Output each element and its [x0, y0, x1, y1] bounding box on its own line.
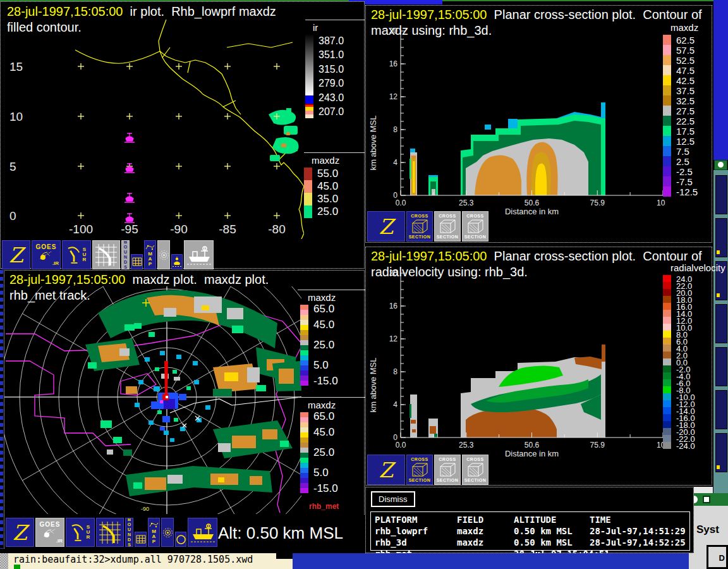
table-cell: maxdz	[457, 537, 514, 548]
axis-label: 50.6	[525, 199, 540, 207]
cross-section-button-active[interactable]: CROSSSECTION	[406, 455, 433, 485]
bounds-overlay-button[interactable]: BOUNDS	[125, 518, 133, 547]
axis-label: 15	[9, 60, 23, 73]
map-overlay-button[interactable]: MAP	[144, 240, 156, 269]
colorbar-tick-label: 207.0	[318, 106, 344, 118]
timestamp: 28-jul-1997,15:05:00	[371, 8, 487, 21]
colorbar-tick-label: 32.5	[676, 95, 695, 106]
ppi-radar-panel: 28-jul-1997,15:05:00 maxdz plot. maxdz p…	[4, 270, 365, 549]
cross-section-maxdz-panel: 28-jul-1997,15:05:00 Planar cross-sectio…	[365, 5, 712, 243]
coastlines	[75, 20, 304, 239]
window-doc-icon[interactable]	[703, 496, 710, 503]
dismiss-button[interactable]: Dismiss	[371, 491, 415, 507]
table-cell: maxdz	[457, 525, 514, 537]
divider	[304, 152, 365, 153]
colorbar-tick-label: 65.0	[313, 410, 334, 423]
colorbar-tick-label: -2.5	[676, 166, 693, 177]
axis-label: 16	[389, 302, 398, 310]
maxdz-colorbar: maxdz55.045.035.025.0	[304, 155, 350, 218]
circle-overlay-button[interactable]	[175, 532, 186, 547]
axis-label: 10	[9, 110, 23, 123]
range-rings-button[interactable]	[161, 518, 174, 547]
colorbar-tick-label: 55.0	[317, 168, 338, 180]
range-rings-button[interactable]	[157, 240, 170, 269]
surveillance-radar-button[interactable]: SUR	[66, 518, 95, 547]
left-edge-stipple	[0, 270, 3, 549]
ship-track-button[interactable]	[184, 240, 214, 269]
cross-section-buttons: ZCROSSSECTIONCROSSSECTIONCROSSSECTION	[367, 455, 488, 485]
colorbar-tick-label: -15.0	[313, 482, 338, 495]
table-row: rhb_3dmaxdz0.50 km MSL28-Jul-97,14:52:25	[375, 537, 686, 548]
cross-section-button[interactable]: CROSSSECTION	[434, 211, 461, 242]
fragment-button[interactable]	[715, 175, 727, 214]
colorbar-strip	[300, 305, 308, 386]
axis-label: 8	[393, 125, 397, 134]
maxdz-colorbar: maxdz62.557.552.547.542.537.532.527.522.…	[663, 22, 709, 197]
cross-section-button-active[interactable]: CROSSSECTION	[406, 211, 433, 242]
right-edge-green-widget[interactable]	[714, 160, 727, 170]
zeb-logo-button[interactable]: Z	[2, 240, 30, 269]
axis-label: -95	[121, 223, 138, 236]
grid-overlay-button[interactable]	[135, 532, 147, 547]
table-cell: FIELD	[457, 514, 514, 525]
axis-label: 12	[389, 92, 398, 101]
axis-label: 8	[393, 367, 397, 376]
axis-label: -90	[170, 223, 187, 236]
colorbar-title: ir	[313, 22, 351, 33]
colorbar-tick-label: 279.0	[318, 78, 344, 89]
circle-icon	[718, 162, 724, 168]
axis-label: km above MSL	[368, 358, 378, 413]
zeb-logo-button[interactable]: Z	[6, 518, 34, 547]
colorbar-tick-label: 27.5	[676, 106, 695, 116]
ir-map-panel: 28-jul-1997,15:05:00 ir plot. Rhb_lowprf…	[0, 1, 365, 269]
surveillance-radar-button[interactable]: SUR	[62, 240, 91, 269]
table-cell: 28-Jul-97,14:51:29	[590, 525, 686, 537]
colorbar-tick-label: 52.5	[676, 55, 695, 66]
axis-label: 20	[389, 269, 398, 278]
bounds-overlay-button[interactable]: BOUNDS	[121, 240, 130, 269]
colorbar-strip	[300, 412, 308, 493]
table-cell: ALTITUDE	[514, 514, 590, 525]
colorbar-tick-label: 47.5	[676, 65, 695, 76]
colorbar-tick-label: 25.0	[317, 205, 338, 218]
table-cell: rhb_lowprf	[375, 525, 457, 537]
zeb-logo-button[interactable]: Z	[367, 455, 405, 485]
window-fragment	[276, 553, 293, 559]
colorbar-tick-label: 12.5	[676, 136, 695, 147]
terminal-window[interactable]: rain:beaufait:32>xdump.all 970728.1505.x…	[8, 553, 293, 569]
divider	[305, 20, 365, 20]
fragment-icon	[717, 250, 720, 254]
terminal-output: rain:beaufait:32>xdump.all 970728.1505.x…	[13, 554, 253, 565]
grid-overlay-button[interactable]	[131, 254, 143, 269]
radialvelocity-colorbar: radialvelocity24.022.020.018.016.014.012…	[663, 262, 725, 449]
colorbar-title: maxdz	[308, 400, 346, 410]
colorbar-strip	[663, 35, 671, 197]
colorbar-strip	[305, 35, 313, 118]
goes-ir-overlay-button[interactable]: GOES.IR	[32, 240, 61, 269]
cross-section-button[interactable]: CROSSSECTION	[462, 211, 488, 242]
buoy-markers	[124, 133, 135, 223]
radar-grid-button[interactable]	[92, 240, 120, 269]
colorbar-tick-label: -24.0	[676, 441, 695, 450]
map-overlay-button[interactable]: MAP	[148, 518, 160, 547]
colorbar-tick-label: 243.0	[318, 92, 344, 104]
fragment-button[interactable]	[715, 218, 727, 257]
axis-label: 101	[657, 199, 665, 207]
table-cell: 0.50 km MSL	[514, 525, 590, 537]
radar-grid-button[interactable]	[96, 518, 124, 547]
table-header-row: PLATFORMFIELDALTITUDETIME	[375, 514, 686, 525]
table-cell: PLATFORM	[375, 514, 457, 525]
cross-section-button[interactable]: CROSSSECTION	[434, 455, 461, 485]
buoy-icon	[124, 163, 135, 173]
zeb-logo-button[interactable]: Z	[367, 211, 405, 242]
maxdz-colorbar-2: maxdz65.045.025.05.0-15.0	[300, 400, 346, 493]
buoy-overlay-button[interactable]	[171, 254, 183, 269]
maxdz-colorbar-1: maxdz65.045.025.05.0-15.0	[300, 292, 346, 386]
axis-label: 4	[393, 400, 397, 409]
terminal-scrollbar[interactable]	[0, 553, 8, 569]
goes-ir-overlay-button[interactable]: GOES.IR	[35, 518, 64, 547]
colorbar-strip	[663, 275, 671, 449]
cross-section-button[interactable]: CROSSSECTION	[462, 455, 488, 485]
colorbar-tick-label: 17.5	[676, 126, 695, 137]
ship-track-button[interactable]	[188, 518, 217, 547]
